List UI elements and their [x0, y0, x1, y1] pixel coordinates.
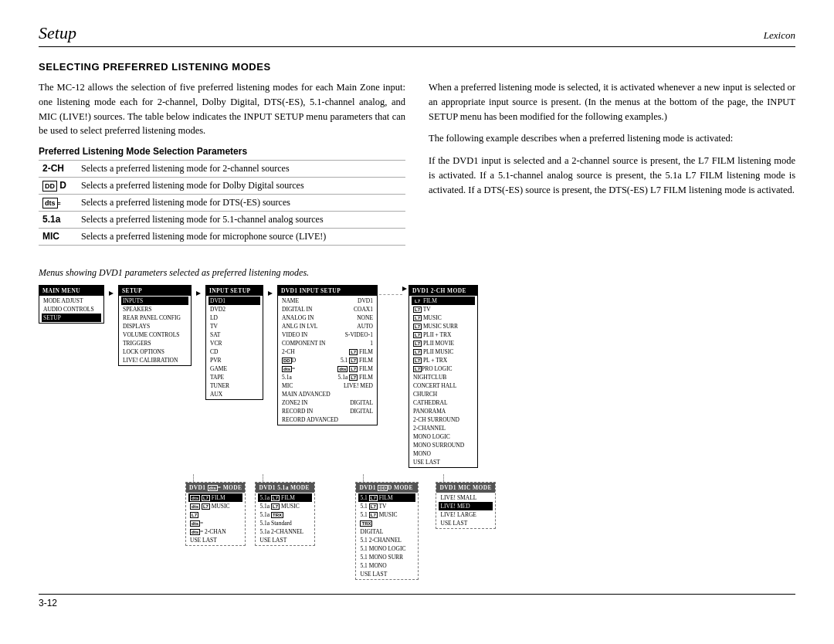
- menu-item: dts L7 FILM: [188, 493, 242, 502]
- l7-icon: L7: [413, 349, 422, 355]
- l7-icon: L7: [202, 495, 210, 501]
- menu-item: 5.1a L7 MUSIC: [258, 502, 312, 510]
- l7-icon: L7: [413, 324, 422, 330]
- input-setup-menu-header: INPUT SETUP: [206, 286, 263, 296]
- menu-item: MONO LOGIC: [412, 432, 475, 441]
- l7-icon: L7: [413, 366, 422, 372]
- dvd1-mic-mode-box: DVD1 MIC MODE LIVE! SMALL LIVE! MED LIVE…: [436, 482, 495, 529]
- menu-item: DISPLAYS: [121, 322, 188, 330]
- param-key: 2-CH: [39, 161, 77, 178]
- dts-icon: dts: [190, 503, 200, 510]
- param-value: Selects a preferred listening mode for 5…: [77, 212, 405, 229]
- table-row: DD D Selects a preferred listening mode …: [39, 178, 405, 195]
- menu-item: PVR: [208, 356, 260, 364]
- menu-item: TV: [208, 322, 260, 330]
- l7-icon: L7: [271, 495, 280, 501]
- dvd1-mic-mode-header: DVD1 MIC MODE: [436, 483, 494, 493]
- arrow-right-icon: [268, 291, 273, 296]
- dvd1-2ch-mode-header: DVD1 2-CH MODE: [409, 286, 477, 296]
- menu-item: DDD5.1 L7 FILM: [280, 356, 375, 364]
- menu-item: 2-CHANNEL: [412, 424, 475, 432]
- dvd1-mic-mode-body: LIVE! SMALL LIVE! MED LIVE! LARGE USE LA…: [436, 493, 494, 528]
- menu-item: DVD2: [208, 305, 260, 314]
- l7-icon: L7: [413, 298, 422, 304]
- diagram-section: MAIN MENU MODE ADJUST AUDIO CONTROLS SET…: [39, 285, 795, 580]
- l7-icon: L7: [349, 358, 358, 364]
- menu-item: ANLG IN LVLAUTO: [280, 322, 375, 330]
- menu-item: REAR PANEL CONFIG: [121, 314, 188, 322]
- menu-item: 5.1a Standard: [258, 519, 312, 527]
- menu-item-use-last: USE LAST: [412, 458, 475, 466]
- menu-item: TUNER: [208, 381, 260, 390]
- dts-icon: dts: [282, 366, 292, 372]
- param-table: 2-CH Selects a preferred listening mode …: [39, 160, 405, 246]
- arrow-connector-2: [192, 285, 205, 296]
- menu-item: MODE ADJUST: [42, 297, 101, 305]
- menu-item: AUDIO CONTROLS: [42, 305, 101, 314]
- l7-icon: L7: [413, 315, 422, 321]
- dts-icon: dts: [337, 366, 348, 372]
- table-row: dts= Selects a preferred listening mode …: [39, 195, 405, 212]
- menu-item: LIVE! LARGE: [439, 510, 492, 519]
- menu-item: LD: [208, 314, 260, 322]
- dd-icon: DD: [378, 485, 388, 491]
- dvd1-input-setup-body: NAMEDVD1 DIGITAL INCOAX1 ANALOG INNONE A…: [278, 296, 377, 425]
- menu-item: L7PRO LOGIC: [412, 364, 475, 373]
- menu-item: TRIGGERS: [121, 339, 188, 347]
- input-setup-menu-box: INPUT SETUP DVD1 DVD2 LD TV SAT VCR CD P…: [205, 285, 263, 400]
- setup-menu-box: SETUP INPUTS SPEAKERS REAR PANEL CONFIG …: [118, 285, 192, 366]
- param-key: DD D: [39, 178, 77, 195]
- section-heading: Selecting Preferred Listening Modes: [39, 61, 795, 73]
- l7-icon: L7: [349, 366, 358, 372]
- dvd1-51a-mode-body: 5.1a L7 FILM 5.1a L7 MUSIC 5.1a TRX 5.1a…: [256, 493, 314, 545]
- right-para-3: If the DVD1 input is selected and a 2-ch…: [429, 154, 795, 197]
- dvd1-51a-mode-box: DVD1 5.1a MODE 5.1a L7 FILM 5.1a L7 MUSI…: [255, 482, 315, 546]
- menu-item: NIGHTCLUB: [412, 373, 475, 381]
- menu-item: 5.1a L7 FILM: [258, 493, 312, 502]
- main-menu-box: MAIN MENU MODE ADJUST AUDIO CONTROLS SET…: [39, 285, 104, 324]
- menu-item-use-last: USE LAST: [358, 570, 415, 578]
- param-value: Selects a preferred listening mode for D…: [77, 178, 405, 195]
- page-number: 3-12: [39, 598, 57, 608]
- menu-item: dts= 2-CHAN: [188, 527, 242, 536]
- dvd1-51a-mode-header: DVD1 5.1a MODE: [256, 483, 314, 493]
- l7-icon: L7: [413, 358, 422, 364]
- left-para-1: The MC-12 allows the selection of five p…: [39, 80, 405, 138]
- menu-item-use-last: USE LAST: [258, 536, 312, 544]
- menu-item: L7: [188, 510, 242, 519]
- menu-item: VCR: [208, 339, 260, 347]
- menu-item: 5.1a TRX: [258, 510, 312, 519]
- dts-icon: dts: [190, 520, 200, 527]
- menu-item: MONO SURROUND: [412, 441, 475, 449]
- l7-icon: L7: [413, 307, 422, 313]
- menu-item: CONCERT HALL: [412, 381, 475, 390]
- menu-item: L7 PLII MOVIE: [412, 339, 475, 347]
- menu-item: NAMEDVD1: [280, 297, 375, 305]
- menu-item: VOLUME CONTROLS: [121, 330, 188, 339]
- menu-item: dts=: [188, 519, 242, 527]
- menu-item: LIVE! SMALL: [439, 493, 492, 502]
- l7-icon: L7: [271, 503, 280, 510]
- menu-item: L7 PLII MUSIC: [412, 347, 475, 356]
- menu-item: 2-CHL7 FILM: [280, 347, 375, 356]
- menu-item: 5.1 L7 MUSIC: [358, 510, 415, 519]
- main-menu-body: MODE ADJUST AUDIO CONTROLS SETUP: [39, 296, 103, 323]
- l7-icon: L7: [349, 349, 358, 355]
- param-key: dts=: [39, 195, 77, 212]
- menu-item: CD: [208, 347, 260, 356]
- menu-item: 5.1 L7 TV: [358, 502, 415, 510]
- menu-item: TAPE: [208, 373, 260, 381]
- menu-item: LIVE! MED: [439, 502, 492, 510]
- right-para-1: When a preferred listening mode is selec…: [429, 80, 795, 124]
- table-row: 5.1a Selects a preferred listening mode …: [39, 212, 405, 229]
- menu-item: dts L7 MUSIC: [188, 502, 242, 510]
- menu-item: LOCK OPTIONS: [121, 347, 188, 356]
- menu-item: DIGITAL: [358, 527, 415, 536]
- dts-icon: dts: [42, 198, 58, 208]
- dvd1-input-setup-header: DVD1 INPUT SETUP: [278, 286, 377, 296]
- menu-item: AUX: [208, 390, 260, 398]
- page-brand: Lexicon: [764, 29, 795, 42]
- menu-item: 5.1 MONO SURR: [358, 553, 415, 561]
- menu-item: GAME: [208, 364, 260, 373]
- arrow-right-icon: [196, 291, 201, 296]
